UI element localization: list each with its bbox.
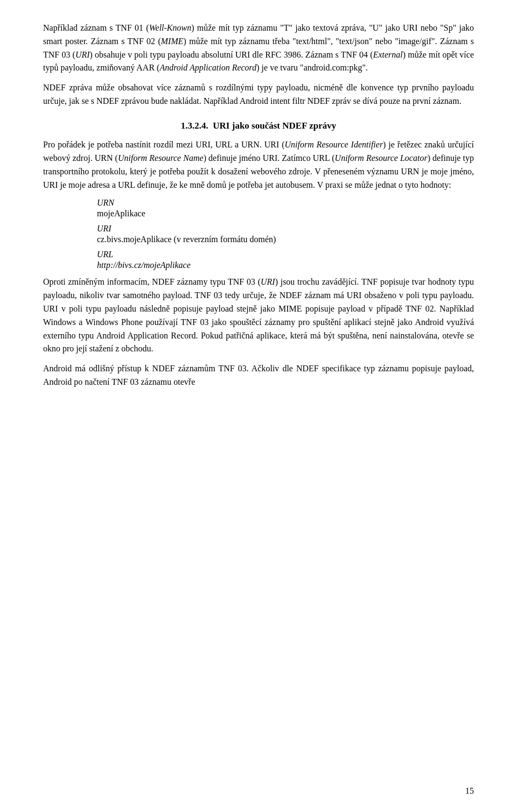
list-label-url: URL: [97, 250, 474, 259]
list-label-urn: URN: [97, 198, 474, 208]
inline-italic-url: Uniform Resource Locator: [335, 153, 428, 163]
inline-italic-aar: Android Application Record: [159, 63, 256, 72]
uri-list: URN mojeAplikace URI cz.bivs.mojeAplikac…: [97, 198, 474, 270]
closing-paragraph-1: Oproti zmíněným informacím, NDEF záznamy…: [43, 276, 474, 356]
list-value-uri: cz.bivs.mojeAplikace (v reverzním formát…: [97, 235, 474, 244]
inline-italic-uri: URI: [75, 50, 90, 59]
closing-paragraph-2: Android má odlišný přístup k NDEF záznam…: [43, 362, 474, 389]
section-heading: 1.3.2.4. URI jako součást NDEF zprávy: [43, 119, 474, 133]
paragraph-2: NDEF zpráva může obsahovat více záznamů …: [43, 81, 474, 108]
list-label-uri: URI: [97, 224, 474, 234]
page-container: Například záznam s TNF 01 (Well-Known) m…: [0, 0, 517, 812]
section-title: URI jako součást NDEF zprávy: [213, 121, 336, 131]
paragraph-1: Například záznam s TNF 01 (Well-Known) m…: [43, 22, 474, 75]
inline-italic-urn: Uniform Resource Name: [118, 153, 204, 163]
list-value-url: http://bivs.cz/mojeAplikace: [97, 260, 474, 270]
inline-italic-wellknown: Well-Known: [149, 23, 192, 32]
list-value-urn: mojeAplikace: [97, 209, 474, 218]
section-intro: Pro pořádek je potřeba nastínit rozdíl m…: [43, 138, 474, 192]
page-number: 15: [465, 786, 474, 796]
section-number: 1.3.2.4.: [181, 121, 208, 131]
inline-italic-external: External: [373, 50, 403, 59]
inline-italic-uri3: URI: [261, 277, 275, 286]
inline-italic-mime: MIME: [161, 37, 184, 46]
inline-italic-uri2: Uniform Resource Identifier: [285, 140, 383, 149]
